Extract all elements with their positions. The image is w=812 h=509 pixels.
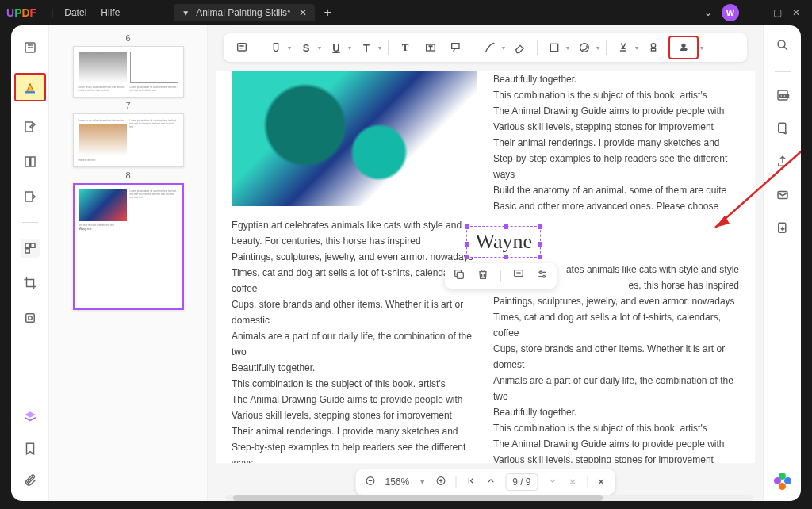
ocr-icon[interactable]: OCR	[776, 88, 790, 105]
delete-button[interactable]	[477, 268, 489, 284]
svg-rect-8	[25, 243, 29, 247]
titlebar: UPDF | Datei Hilfe ▼ Animal Painting Ski…	[0, 0, 812, 25]
zoom-in-button[interactable]	[435, 476, 446, 488]
thumbnails-panel[interactable]	[21, 239, 40, 258]
thumb-label-7: 7	[49, 101, 207, 110]
thumb-page-7[interactable]: Lorem ipsum dolor sit amet text text tex…	[73, 113, 184, 167]
svg-rect-18	[452, 44, 459, 49]
highlight-tool[interactable]	[266, 37, 286, 58]
horizontal-scrollbar[interactable]	[225, 495, 753, 501]
signature-context-toolbar	[445, 263, 557, 289]
svg-text:OCR: OCR	[779, 94, 789, 98]
svg-rect-19	[550, 44, 557, 51]
share-icon[interactable]	[776, 155, 790, 172]
save-icon[interactable]	[776, 221, 790, 239]
comment-button[interactable]	[512, 268, 525, 284]
signature-box[interactable]: Wayne	[466, 226, 541, 258]
properties-button[interactable]	[536, 268, 549, 284]
prev-page-button[interactable]	[485, 476, 496, 488]
underline-tool[interactable]: U	[326, 37, 347, 58]
close-icon[interactable]: ✕	[299, 7, 307, 18]
thumb-label-6: 6	[49, 33, 207, 43]
comment-tool-active[interactable]	[14, 73, 46, 101]
callout-tool[interactable]	[446, 37, 466, 58]
zoom-out-button[interactable]	[366, 476, 376, 488]
note-tool[interactable]	[232, 37, 252, 58]
stamp2-tool[interactable]	[643, 37, 664, 58]
text-tool[interactable]: T	[395, 37, 416, 58]
last-page-button[interactable]	[567, 476, 577, 488]
app-logo: UPDF	[6, 6, 36, 19]
svg-point-21	[651, 44, 655, 48]
thumb-page-6[interactable]: Lorem ipsum dolor sit amet text text tex…	[73, 46, 184, 98]
pager-toolbar: 156% ▼ 9 / 9 ✕	[356, 469, 615, 495]
svg-point-29	[543, 275, 546, 277]
svg-rect-13	[238, 44, 247, 51]
svg-rect-3	[25, 91, 35, 93]
minimize-button[interactable]: —	[749, 7, 768, 18]
svg-point-28	[540, 271, 542, 274]
pencil-tool[interactable]	[480, 37, 500, 58]
svg-rect-41	[778, 123, 785, 132]
strikethrough-tool[interactable]: S	[296, 37, 316, 58]
watermark-tool[interactable]	[21, 308, 40, 327]
eraser-tool[interactable]	[510, 37, 530, 58]
page-input[interactable]: 9 / 9	[505, 473, 538, 491]
svg-line-38	[783, 47, 787, 51]
left-sidebar	[11, 25, 49, 501]
signature-text: Wayne	[475, 230, 532, 253]
svg-rect-23	[457, 272, 463, 278]
menu-file[interactable]: Datei	[64, 7, 86, 18]
stamp-tool[interactable]	[613, 37, 634, 58]
squiggly-tool[interactable]: T	[356, 37, 377, 58]
signature-tool-active[interactable]	[668, 36, 699, 59]
fill-tool[interactable]	[21, 187, 40, 206]
svg-rect-5	[25, 157, 29, 166]
chevron-down-icon[interactable]: ⌄	[704, 7, 712, 18]
tab-title: Animal Painting Skills*	[196, 7, 290, 18]
close-button[interactable]: ✕	[787, 7, 806, 18]
sticker-tool[interactable]	[574, 37, 595, 58]
organize-tool[interactable]	[21, 152, 40, 171]
maximize-button[interactable]: ▢	[768, 7, 787, 18]
svg-rect-6	[30, 157, 34, 166]
bookmark-icon[interactable]	[21, 439, 40, 458]
svg-point-12	[28, 316, 32, 320]
email-icon[interactable]	[776, 188, 790, 205]
tab-dropdown-icon[interactable]: ▼	[182, 9, 190, 17]
svg-rect-9	[30, 243, 34, 247]
document-tab[interactable]: ▼ Animal Painting Skills* ✕	[174, 4, 314, 21]
copy-button[interactable]	[453, 268, 465, 284]
main-area: 6 Lorem ipsum dolor sit amet text text t…	[11, 25, 801, 501]
textbox-tool[interactable]: T	[420, 37, 441, 58]
page-image	[232, 71, 477, 206]
layers-icon[interactable]	[21, 408, 40, 427]
shape-tool[interactable]	[544, 37, 565, 58]
crop-tool[interactable]	[21, 274, 40, 293]
content-area: ▾ S▾ U▾ T▾ T T ▾ ▾ ▾ ▾ ▾ Egyptian art ce…	[208, 25, 763, 501]
thumb-page-8-active[interactable]: text text text text text text text text …	[73, 183, 184, 310]
convert-icon[interactable]	[776, 121, 790, 139]
thumbnail-panel: 6 Lorem ipsum dolor sit amet text text t…	[49, 25, 208, 501]
right-sidebar: OCR	[763, 25, 801, 501]
updf-flower-icon[interactable]	[774, 473, 791, 490]
svg-point-20	[580, 44, 589, 52]
user-avatar[interactable]: W	[722, 4, 739, 21]
svg-rect-11	[25, 314, 34, 323]
svg-text:T: T	[429, 45, 432, 51]
zoom-level[interactable]: 156%	[385, 476, 410, 488]
svg-rect-10	[25, 249, 29, 253]
svg-rect-7	[25, 192, 33, 201]
add-tab-button[interactable]: +	[324, 6, 331, 20]
first-page-button[interactable]	[465, 476, 476, 488]
attachment-icon[interactable]	[21, 471, 40, 490]
menu-help[interactable]: Hilfe	[101, 7, 120, 18]
close-pager-button[interactable]: ✕	[597, 476, 605, 488]
next-page-button[interactable]	[547, 476, 557, 488]
edit-tool[interactable]	[21, 117, 40, 136]
search-icon[interactable]	[776, 38, 790, 55]
thumb-label-8: 8	[49, 170, 207, 180]
svg-rect-4	[25, 122, 33, 132]
reader-tool[interactable]	[21, 38, 40, 57]
svg-point-22	[682, 44, 685, 47]
